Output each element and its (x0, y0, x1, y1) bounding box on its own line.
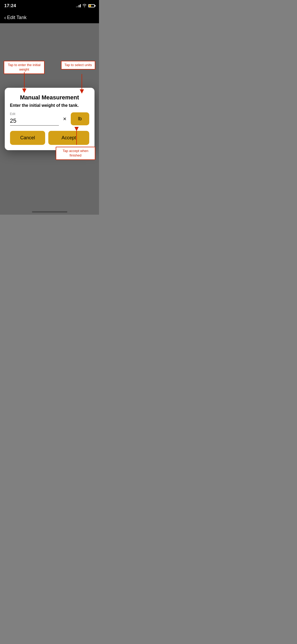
accept-button[interactable]: Accept (48, 131, 89, 145)
dialog-title: Manual Measurement (10, 94, 89, 101)
unit-button[interactable]: lb (71, 112, 89, 125)
back-chevron-icon: ‹ (4, 15, 6, 20)
status-time: 17:24 (4, 3, 16, 8)
annotation-select-units: Tap to select units (61, 61, 95, 70)
signal-icon (76, 4, 81, 7)
input-label: Edit (10, 112, 59, 116)
clear-button[interactable]: × (62, 115, 68, 123)
battery-icon (88, 4, 95, 7)
status-bar: 17:24 (0, 0, 99, 12)
manual-measurement-dialog: Manual Measurement Enter the initial wei… (5, 88, 95, 150)
annotation-accept: Tap accept when finished (56, 147, 95, 160)
wifi-icon (82, 4, 87, 8)
back-button[interactable]: ‹ Edit Tank (4, 15, 26, 20)
annotation-initial-weight: Tap to enter the initial weight (4, 61, 45, 74)
action-row: Cancel Accept (10, 131, 89, 145)
cancel-button[interactable]: Cancel (10, 131, 45, 145)
nav-title: Edit Tank (7, 15, 27, 20)
nav-bar: ‹ Edit Tank (0, 12, 99, 23)
dialog-subtitle: Enter the initial weight of the tank. (10, 103, 89, 108)
status-icons (76, 4, 95, 8)
input-row: Edit × lb (10, 112, 89, 126)
weight-input[interactable] (10, 116, 59, 126)
weight-input-wrapper: Edit (10, 112, 59, 126)
dialog-overlay: Manual Measurement Enter the initial wei… (0, 23, 99, 215)
